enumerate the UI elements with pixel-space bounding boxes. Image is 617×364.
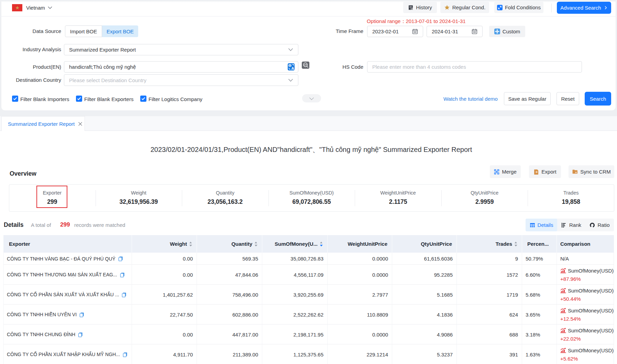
svg-text:A: A: [291, 66, 294, 70]
